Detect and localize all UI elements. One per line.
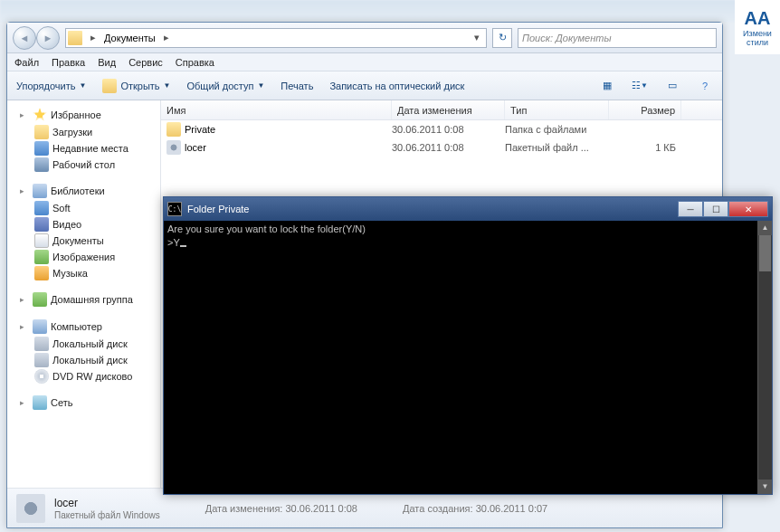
col-date[interactable]: Дата изменения [392,100,505,119]
dropdown-icon[interactable]: ▾ [470,32,484,43]
file-row[interactable]: locer 30.06.2011 0:08 Пакетный файл ... … [161,138,722,157]
sidebar-item-disk[interactable]: Локальный диск [11,336,157,352]
cmd-icon: C:\ [167,202,182,216]
sidebar-item-dvd[interactable]: DVD RW дисково [11,368,157,385]
toolbar: Упорядочить▼ Открыть▼ Общий доступ▼ Печа… [7,71,722,100]
column-headers: Имя Дата изменения Тип Размер [161,100,722,120]
menu-bar: Файл Правка Вид Сервис Справка [7,53,722,71]
refresh-button[interactable]: ↻ [492,28,512,48]
batch-file-icon [166,140,181,155]
disk-icon [34,353,49,367]
organize-button[interactable]: Упорядочить▼ [16,81,86,91]
document-icon [34,233,49,248]
sidebar-item-documents[interactable]: Документы [11,233,157,249]
sidebar-item-video[interactable]: Видео [11,216,157,233]
menu-edit[interactable]: Правка [52,57,85,68]
menu-view[interactable]: Вид [98,57,116,68]
sidebar: ▸Избранное Загрузки Недавние места Рабоч… [7,100,161,488]
sidebar-favorites[interactable]: ▸Избранное [11,106,157,124]
nav-bar: ◄ ► ▸ Документы ▸ ▾ ↻ Поиск: Документы [7,23,722,53]
maximize-button[interactable]: ☐ [703,201,728,217]
cmd-body[interactable]: Are you sure you want to lock the folder… [164,221,772,494]
status-filename: locer [54,497,160,509]
sidebar-homegroup[interactable]: ▸Домашняя группа [11,290,157,309]
view-options-icon[interactable]: ☷▼ [632,78,648,94]
network-icon [33,395,47,410]
disk-icon [34,337,49,351]
word-ribbon-fragment: AA Измени стили [735,0,780,54]
chevron-right-icon[interactable]: ▸ [159,32,174,43]
folder-icon [34,201,49,215]
styles-icon: AA [745,8,771,29]
chevron-right-icon[interactable]: ▸ [86,32,100,43]
recent-icon [34,141,49,156]
batch-file-icon [16,494,45,523]
burn-button[interactable]: Записать на оптический диск [329,81,464,91]
folder-icon [34,125,49,139]
cursor [180,245,186,247]
scroll-thumb[interactable] [759,235,771,271]
library-icon [33,184,47,198]
path-segment[interactable]: Документы [100,33,159,43]
address-bar[interactable]: ▸ Документы ▸ ▾ [65,28,487,48]
scroll-up-icon[interactable]: ▲ [758,221,772,235]
cmd-titlebar[interactable]: C:\ Folder Private ─ ☐ ✕ [164,197,772,221]
homegroup-icon [33,292,47,307]
col-size[interactable]: Размер [609,100,681,119]
music-icon [34,266,49,280]
star-icon [33,108,47,122]
back-button[interactable]: ◄ [13,26,36,50]
status-filetype: Пакетный файл Windows [54,510,160,520]
image-icon [34,250,49,264]
sidebar-item-disk[interactable]: Локальный диск [11,352,157,368]
sidebar-item-desktop[interactable]: Рабочий стол [11,157,157,173]
computer-icon [33,319,47,334]
sidebar-item-soft[interactable]: Soft [11,200,157,216]
sidebar-item-recent[interactable]: Недавние места [11,140,157,157]
sidebar-network[interactable]: ▸Сеть [11,394,157,412]
sidebar-computer[interactable]: ▸Компьютер [11,318,157,336]
sidebar-item-music[interactable]: Музыка [11,265,157,281]
col-type[interactable]: Тип [505,100,609,119]
sidebar-libraries[interactable]: ▸Библиотеки [11,182,157,200]
preview-pane-icon[interactable]: ▭ [664,78,680,94]
dvd-icon [34,369,49,384]
cmd-title-text: Folder Private [187,204,678,214]
folder-icon [166,122,181,137]
new-folder-icon[interactable]: ▦ [599,78,615,94]
cmd-window: C:\ Folder Private ─ ☐ ✕ Are you sure yo… [163,196,773,495]
menu-file[interactable]: Файл [14,57,39,68]
minimize-button[interactable]: ─ [678,201,703,217]
close-button[interactable]: ✕ [728,201,768,217]
open-button[interactable]: Открыть▼ [102,79,170,93]
sidebar-item-pictures[interactable]: Изображения [11,249,157,265]
col-name[interactable]: Имя [161,100,392,119]
menu-help[interactable]: Справка [176,57,214,68]
scroll-down-icon[interactable]: ▼ [758,480,772,494]
search-input[interactable]: Поиск: Документы [518,28,717,48]
help-icon[interactable]: ? [697,78,713,94]
open-icon [102,79,117,93]
video-icon [34,217,49,232]
scrollbar[interactable]: ▲ ▼ [757,221,772,494]
forward-button[interactable]: ► [36,26,60,50]
file-row[interactable]: Private 30.06.2011 0:08 Папка с файлами [161,120,722,138]
menu-tools[interactable]: Сервис [128,57,163,68]
folder-icon [68,31,82,45]
sidebar-item-downloads[interactable]: Загрузки [11,124,157,140]
share-button[interactable]: Общий доступ▼ [187,81,265,91]
print-button[interactable]: Печать [281,81,313,91]
desktop-icon [34,157,49,172]
